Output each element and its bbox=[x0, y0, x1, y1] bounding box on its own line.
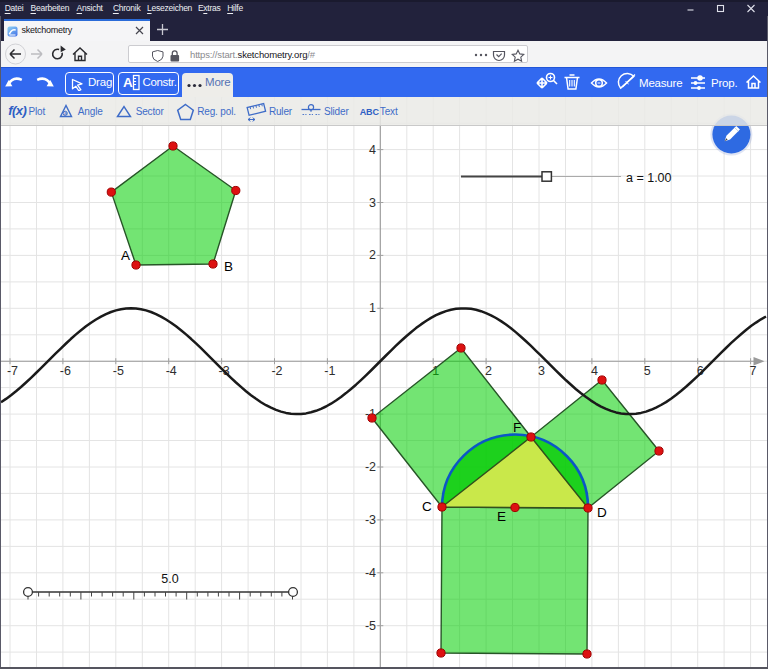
svg-text:5: 5 bbox=[644, 364, 651, 378]
svg-text:Prop.: Prop. bbox=[711, 77, 738, 89]
svg-text:D: D bbox=[597, 505, 607, 520]
svg-text:-3: -3 bbox=[365, 513, 376, 527]
svg-text:2: 2 bbox=[485, 364, 492, 378]
svg-text:-7: -7 bbox=[7, 364, 18, 378]
svg-text:3: 3 bbox=[538, 364, 545, 378]
svg-text:4: 4 bbox=[591, 364, 598, 378]
svg-text:E: E bbox=[497, 509, 506, 524]
svg-text:-1: -1 bbox=[324, 364, 335, 378]
svg-text:-5: -5 bbox=[113, 364, 124, 378]
svg-text:7: 7 bbox=[750, 364, 757, 378]
svg-text:1: 1 bbox=[369, 301, 376, 315]
svg-text:Measure: Measure bbox=[639, 77, 682, 89]
svg-text:C: C bbox=[422, 499, 432, 514]
svg-text:F: F bbox=[513, 420, 521, 435]
svg-text:3: 3 bbox=[369, 196, 376, 210]
svg-text:5.0: 5.0 bbox=[161, 572, 178, 586]
svg-text:-4: -4 bbox=[365, 566, 376, 580]
svg-text:-4: -4 bbox=[166, 364, 177, 378]
svg-text:B: B bbox=[224, 259, 233, 274]
svg-text:-2: -2 bbox=[271, 364, 282, 378]
svg-text:2: 2 bbox=[369, 248, 376, 262]
svg-text:4: 4 bbox=[369, 143, 376, 157]
svg-text:-5: -5 bbox=[365, 619, 376, 633]
svg-text:-6: -6 bbox=[60, 364, 71, 378]
svg-text:a = 1.00: a = 1.00 bbox=[626, 171, 672, 185]
svg-text:A: A bbox=[121, 248, 130, 263]
svg-text:-2: -2 bbox=[365, 460, 376, 474]
